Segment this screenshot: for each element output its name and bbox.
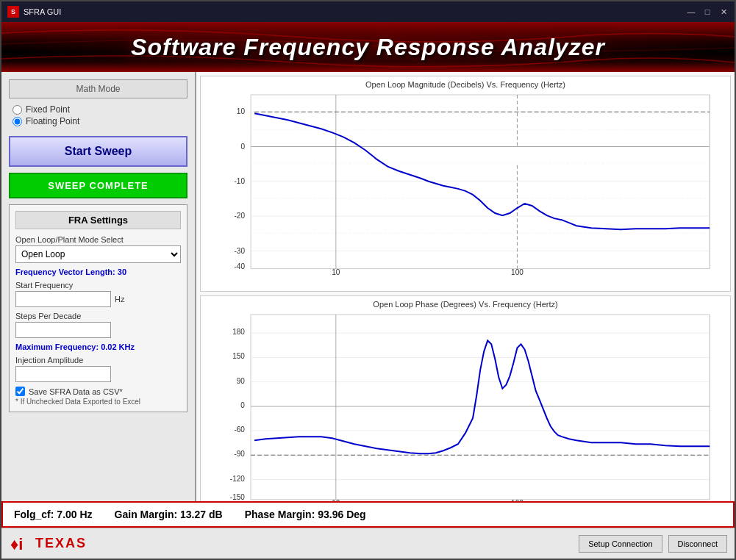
mode-select-label: Open Loop/Plant Mode Select	[15, 235, 181, 244]
start-sweep-button[interactable]: Start Sweep	[9, 136, 187, 167]
phase-margin-info: Phase Margin: 93.96 Deg	[245, 509, 366, 520]
footer: ♦i TEXAS Setup Connection Disconnect	[1, 528, 735, 559]
window-controls: — □ ✕	[686, 7, 729, 17]
injection-amplitude-label: Injection Amplitude	[15, 356, 181, 365]
fra-settings-title: FRA Settings	[15, 211, 181, 229]
svg-rect-0	[251, 95, 710, 269]
app-title: Software Frequency Response Analyzer	[131, 34, 605, 61]
save-csv-option[interactable]: Save SFRA Data as CSV*	[15, 387, 181, 396]
svg-text:-30: -30	[235, 247, 246, 255]
fixed-point-label: Fixed Point	[26, 104, 70, 115]
start-freq-row: Start Frequency 2.0000 Hz	[15, 281, 181, 307]
save-csv-note: * If Unchecked Data Exported to Excel	[15, 398, 181, 406]
floating-point-label: Floating Point	[26, 116, 79, 126]
floating-point-radio[interactable]	[12, 117, 22, 126]
svg-text:-150: -150	[230, 492, 246, 500]
folg-info: Folg_cf: 7.00 Hz	[14, 509, 93, 520]
minimize-button[interactable]: —	[686, 7, 696, 17]
svg-text:10: 10	[332, 268, 340, 276]
gain-margin-info: Gain Margin: 13.27 dB	[115, 509, 223, 520]
magnitude-chart-svg: 10 0 -10 -20 -30 -40 10 100	[204, 91, 726, 284]
svg-text:10: 10	[237, 107, 246, 115]
mode-select[interactable]: Open Loop Closed Loop Plant	[15, 245, 181, 263]
svg-text:0: 0	[240, 143, 245, 151]
magnitude-chart-area: Open Loop Magnitude (Decibels) Vs. Frequ…	[200, 76, 731, 292]
phase-chart-area: Open Loop Phase (Degrees) Vs. Frequency …	[200, 295, 731, 501]
freq-vector-row: Frequency Vector Length: 30	[15, 268, 181, 276]
disconnect-button[interactable]: Disconnect	[668, 535, 727, 553]
app-icon: S	[7, 6, 19, 18]
svg-text:100: 100	[511, 268, 524, 276]
svg-text:-90: -90	[234, 450, 245, 458]
window-title: SFRA GUI	[24, 7, 61, 16]
start-freq-label: Start Frequency	[15, 281, 181, 290]
setup-connection-button[interactable]: Setup Connection	[579, 535, 662, 553]
steps-per-decade-label: Steps Per Decade	[15, 312, 181, 320]
right-panel: Open Loop Magnitude (Decibels) Vs. Frequ…	[196, 72, 735, 501]
magnitude-chart-title: Open Loop Magnitude (Decibels) Vs. Frequ…	[204, 80, 726, 89]
svg-text:-20: -20	[235, 212, 246, 220]
max-freq-row: Maximum Frequency: 0.02 KHz	[15, 342, 181, 351]
injection-amplitude-row: Injection Amplitude .0050	[15, 356, 181, 382]
svg-text:0: 0	[240, 401, 245, 409]
fixed-point-radio[interactable]	[12, 105, 22, 115]
phase-chart-title: Open Loop Phase (Degrees) Vs. Frequency …	[204, 300, 726, 309]
maximize-button[interactable]: □	[702, 7, 712, 17]
chart-container: Open Loop Magnitude (Decibels) Vs. Frequ…	[200, 76, 731, 501]
svg-text:-60: -60	[234, 426, 245, 434]
svg-text:-120: -120	[230, 474, 246, 482]
texas-label: TEXAS	[35, 536, 87, 551]
header-banner: Software Frequency Response Analyzer	[1, 22, 735, 72]
title-bar-left: S SFRA GUI	[7, 6, 61, 18]
svg-rect-23	[251, 315, 710, 500]
fra-settings-panel: FRA Settings Open Loop/Plant Mode Select…	[9, 204, 187, 412]
freq-vector-label: Frequency Vector Length: 30	[15, 268, 181, 276]
steps-per-decade-row: Steps Per Decade 30	[15, 312, 181, 338]
start-freq-input[interactable]: 2.0000	[15, 291, 111, 307]
close-button[interactable]: ✕	[718, 7, 729, 17]
svg-text:♦i: ♦i	[10, 535, 23, 553]
main-window: S SFRA GUI — □ ✕ Software Frequency Resp…	[0, 0, 736, 560]
start-freq-input-group: 2.0000 Hz	[15, 291, 181, 307]
svg-text:-10: -10	[235, 177, 246, 185]
save-csv-checkbox[interactable]	[15, 387, 25, 396]
math-mode-button[interactable]: Math Mode	[9, 79, 187, 98]
ti-logo: ♦i TEXAS	[9, 534, 87, 554]
sweep-complete-button[interactable]: SWEEP COMPLETE	[9, 173, 187, 198]
left-panel: Math Mode Fixed Point Floating Point Sta…	[1, 72, 196, 501]
phase-chart-svg: 180 150 90 0 -60 -90 -120 -150 10 100	[204, 311, 726, 501]
title-bar: S SFRA GUI — □ ✕	[1, 1, 735, 22]
svg-text:150: 150	[232, 352, 245, 360]
svg-text:180: 180	[232, 328, 245, 336]
main-content: Math Mode Fixed Point Floating Point Sta…	[1, 72, 735, 501]
floating-point-option[interactable]: Floating Point	[12, 116, 187, 126]
svg-text:-40: -40	[235, 262, 246, 270]
mode-select-row: Open Loop/Plant Mode Select Open Loop Cl…	[15, 235, 181, 263]
ti-icon: ♦i	[9, 534, 32, 554]
svg-text:100: 100	[511, 498, 524, 501]
injection-amplitude-input[interactable]: .0050	[15, 366, 111, 382]
info-bar: Folg_cf: 7.00 Hz Gain Margin: 13.27 dB P…	[1, 501, 735, 528]
math-mode-radio-group: Fixed Point Floating Point	[9, 104, 187, 126]
start-freq-unit: Hz	[115, 295, 124, 304]
svg-text:90: 90	[237, 376, 246, 384]
save-csv-label: Save SFRA Data as CSV*	[29, 387, 123, 396]
steps-per-decade-input[interactable]: 30	[15, 322, 111, 338]
fixed-point-option[interactable]: Fixed Point	[12, 104, 187, 115]
max-freq-label: Maximum Frequency: 0.02 KHz	[15, 342, 181, 351]
footer-buttons: Setup Connection Disconnect	[579, 535, 727, 553]
